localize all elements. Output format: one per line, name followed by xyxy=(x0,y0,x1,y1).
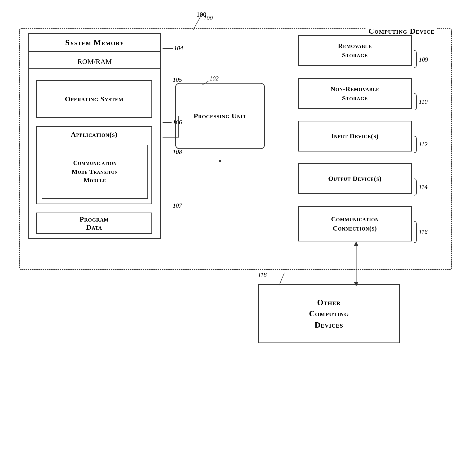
system-memory-label: System Memory xyxy=(29,34,160,52)
ref-100-label: 100 xyxy=(196,11,206,18)
non-removable-storage-label: Non-RemovableStorage xyxy=(331,84,380,103)
communication-connections-label: CommunicationConnection(s) xyxy=(331,214,379,233)
os-label: Operating System xyxy=(65,95,123,103)
input-device-box: Input Device(s) xyxy=(298,121,412,152)
other-computing-box: OtherComputingDevices xyxy=(258,284,400,343)
svg-text:118: 118 xyxy=(258,272,267,278)
removable-storage-box: RemovableStorage xyxy=(298,35,412,66)
applications-label: Application(s) xyxy=(37,130,152,138)
communication-connections-box: CommunicationConnection(s) xyxy=(298,206,412,241)
system-memory-box: System Memory ROM/RAM Operating System A… xyxy=(28,33,161,239)
processing-unit-box: Processing Unit xyxy=(175,83,265,149)
processing-unit-label: Processing Unit xyxy=(194,112,247,120)
comm-module-box: CommunicationMode TransitonModule xyxy=(42,145,148,199)
non-removable-storage-box: Non-RemovableStorage xyxy=(298,78,412,109)
removable-storage-label: RemovableStorage xyxy=(338,41,372,60)
rom-ram-label: ROM/RAM xyxy=(29,55,160,69)
svg-line-23 xyxy=(279,273,284,285)
diagram-container: Computing Device 100 System Memory ROM/R… xyxy=(14,14,459,464)
output-device-label: Output Device(s) xyxy=(328,174,382,183)
applications-box: Application(s) CommunicationMode Transit… xyxy=(36,126,152,204)
os-box: Operating System xyxy=(36,80,152,118)
comm-module-label: CommunicationMode TransitonModule xyxy=(72,159,118,185)
input-device-label: Input Device(s) xyxy=(331,131,379,141)
other-computing-label: OtherComputingDevices xyxy=(309,297,349,331)
program-data-label: ProgramData xyxy=(80,215,109,231)
output-device-box: Output Device(s) xyxy=(298,163,412,194)
computing-device-label: Computing Device xyxy=(366,27,437,35)
program-data-box: ProgramData xyxy=(36,213,152,234)
